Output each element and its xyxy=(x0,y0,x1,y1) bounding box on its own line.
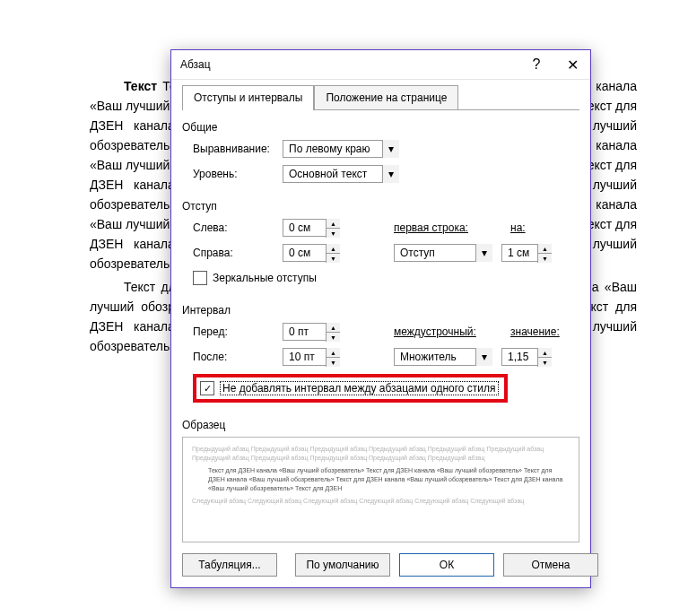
space-before-spinner[interactable]: 0 пт ▲▼ xyxy=(283,323,340,341)
no-space-same-style-row[interactable]: ✓ Не добавлять интервал между абзацами о… xyxy=(200,381,499,395)
indent-by-spinner[interactable]: 1 см ▲▼ xyxy=(501,244,552,262)
space-after-spinner[interactable]: 10 пт ▲▼ xyxy=(283,348,340,366)
tab-strip: Отступы и интервалы Положение на страниц… xyxy=(182,85,579,110)
mirror-indents-checkbox[interactable] xyxy=(193,271,207,285)
group-spacing-title: Интервал xyxy=(182,304,579,317)
no-space-same-style-checkbox[interactable]: ✓ xyxy=(200,381,214,395)
chevron-down-icon: ▾ xyxy=(475,244,492,262)
indent-right-label: Справа: xyxy=(193,247,283,259)
indent-left-label: Слева: xyxy=(193,221,283,234)
chevron-down-icon: ▾ xyxy=(382,165,399,183)
spin-down-icon[interactable]: ▼ xyxy=(326,229,340,238)
help-button[interactable]: ? xyxy=(518,50,554,79)
spin-down-icon[interactable]: ▼ xyxy=(537,358,552,367)
line-spacing-at-label: значение: xyxy=(510,325,560,338)
indent-right-spinner[interactable]: 0 см ▲▼ xyxy=(283,244,340,262)
preview-next-text: Следующий абзац Следующий абзац Следующи… xyxy=(192,497,570,506)
spin-down-icon[interactable]: ▼ xyxy=(326,333,340,342)
line-spacing-combo[interactable]: Множитель ▾ xyxy=(394,348,492,366)
tabs-button[interactable]: Табуляция... xyxy=(182,553,277,577)
group-general-title: Общие xyxy=(182,121,579,134)
no-space-same-style-label: Не добавлять интервал между абзацами одн… xyxy=(220,381,499,395)
indent-left-spinner[interactable]: 0 см ▲▼ xyxy=(283,219,340,237)
group-preview-title: Образец xyxy=(182,419,579,431)
line-spacing-at-spinner[interactable]: 1,15 ▲▼ xyxy=(501,348,552,366)
indent-by-label: на: xyxy=(510,221,526,234)
mirror-indents-row[interactable]: Зеркальные отступы xyxy=(182,268,579,288)
preview-box: Предыдущий абзац Предыдущий абзац Предыд… xyxy=(182,437,579,542)
outline-level-combo[interactable]: Основной текст ▾ xyxy=(283,165,399,183)
dialog-title: Абзац xyxy=(171,58,518,71)
preview-previous-text: Предыдущий абзац Предыдущий абзац Предыд… xyxy=(192,445,570,463)
spin-up-icon[interactable]: ▲ xyxy=(537,244,552,254)
group-general: Общие Выравнивание: По левому краю ▾ Уро… xyxy=(182,121,579,189)
group-spacing: Интервал Перед: 0 пт ▲▼ междустрочный: з… xyxy=(182,304,579,408)
alignment-label: Выравнивание: xyxy=(193,143,283,155)
spin-up-icon[interactable]: ▲ xyxy=(326,323,340,333)
paragraph-dialog: Абзац ? ✕ Отступы и интервалы Положение … xyxy=(170,49,591,588)
bg-bold-lead: Текст xyxy=(124,79,157,93)
spin-down-icon[interactable]: ▼ xyxy=(326,254,340,263)
set-default-button[interactable]: По умолчанию xyxy=(295,553,390,577)
special-indent-combo[interactable]: Отступ ▾ xyxy=(394,244,492,262)
titlebar: Абзац ? ✕ xyxy=(171,50,590,80)
chevron-down-icon: ▾ xyxy=(475,348,492,366)
line-spacing-label: междустрочный: xyxy=(394,325,483,338)
special-indent-label: первая строка: xyxy=(394,221,483,234)
spin-up-icon[interactable]: ▲ xyxy=(326,244,340,254)
spin-up-icon[interactable]: ▲ xyxy=(326,219,340,229)
outline-level-label: Уровень: xyxy=(193,168,283,180)
highlighted-annotation: ✓ Не добавлять интервал между абзацами о… xyxy=(193,374,508,403)
ok-button[interactable]: ОК xyxy=(399,553,494,577)
spin-down-icon[interactable]: ▼ xyxy=(326,358,340,367)
group-preview: Образец Предыдущий абзац Предыдущий абза… xyxy=(182,419,579,542)
alignment-combo[interactable]: По левому краю ▾ xyxy=(283,140,399,158)
preview-sample-text: Текст для ДЗЕН канала «Ваш лучший обозре… xyxy=(208,466,570,493)
group-indentation: Отступ Слева: 0 см ▲▼ первая строка: на:… xyxy=(182,200,579,293)
chevron-down-icon: ▾ xyxy=(382,140,399,158)
tab-line-page-breaks[interactable]: Положение на странице xyxy=(314,85,458,109)
mirror-indents-label: Зеркальные отступы xyxy=(213,272,317,284)
tab-indents-spacing[interactable]: Отступы и интервалы xyxy=(182,85,314,109)
spin-down-icon[interactable]: ▼ xyxy=(537,254,552,263)
cancel-button[interactable]: Отмена xyxy=(503,553,598,577)
space-after-label: После: xyxy=(193,351,283,363)
dialog-button-bar: Табуляция... По умолчанию ОК Отмена xyxy=(182,553,579,577)
spin-up-icon[interactable]: ▲ xyxy=(326,348,340,358)
spin-up-icon[interactable]: ▲ xyxy=(537,348,552,358)
space-before-label: Перед: xyxy=(193,325,283,338)
close-button[interactable]: ✕ xyxy=(554,50,590,79)
group-indentation-title: Отступ xyxy=(182,200,579,213)
